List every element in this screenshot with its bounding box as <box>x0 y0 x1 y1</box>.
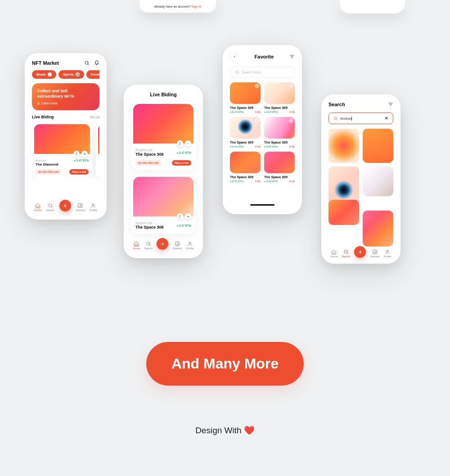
place-bid-button[interactable]: Place a bid <box>172 160 191 166</box>
svg-point-7 <box>236 71 238 73</box>
heart-icon: ❤️ <box>244 426 255 435</box>
fab-add[interactable]: + <box>59 200 71 211</box>
home-indicator <box>250 204 274 206</box>
info-icon[interactable]: i <box>289 118 293 123</box>
auction-card[interactable]: ⤴♥ Shopire Cole The Space 306 0.47 ETH <box>131 175 196 234</box>
search-result[interactable] <box>363 166 393 196</box>
tab-statistic[interactable]: Statistic <box>370 249 379 258</box>
nft-subtitle: Beautiful <box>36 159 58 162</box>
place-bid-button[interactable]: Place a bid <box>69 169 89 175</box>
nft-price: 0.47 ETH <box>74 159 89 162</box>
see-all-link[interactable]: See all <box>90 116 99 119</box>
search-icon <box>235 70 239 74</box>
search-icon[interactable] <box>84 60 90 66</box>
tab-statistic[interactable]: Statistic <box>76 203 85 211</box>
tab-home[interactable]: Home <box>330 249 338 258</box>
tab-search[interactable]: Search <box>46 203 54 211</box>
back-button[interactable]: ‹ <box>230 52 239 61</box>
signin-fragment: Already have an account? Sign In <box>140 0 216 13</box>
favorite-item[interactable]: iThe Space 3050.47 ETH31 <box>264 82 295 113</box>
live-biding-screen: Live Biding ⤴♥ Shopire Cole The Space 30… <box>124 85 203 258</box>
filter-icon[interactable] <box>388 102 393 107</box>
learn-more-link[interactable]: Learn more <box>37 102 94 105</box>
signin-prompt: Already have an account? <box>154 5 191 8</box>
nft-image <box>98 124 99 154</box>
banner-line2: extraordinary NFTs <box>37 94 94 99</box>
search-placeholder: Search items <box>242 70 261 74</box>
search-result[interactable] <box>328 129 359 163</box>
chip-music[interactable]: Music♪ <box>32 70 56 79</box>
search-result[interactable] <box>328 200 359 225</box>
tab-profile[interactable]: Profile <box>90 203 97 211</box>
clear-icon[interactable]: ✕ <box>385 116 388 121</box>
favorite-item[interactable]: The Space 3050.47 ETH31 <box>264 152 295 183</box>
fab-add[interactable]: + <box>354 246 366 258</box>
auction-name: The Space 306 <box>135 225 164 229</box>
creator-label: Shopire Cole <box>135 148 164 152</box>
banner-line1: Collect and Sell <box>37 89 94 94</box>
search-result[interactable] <box>363 129 393 163</box>
creator-label: Shopire Cole <box>135 221 164 225</box>
app-title: NFT Market <box>32 60 59 66</box>
auction-card[interactable]: ⤴♥ Shopire Cole The Space 305 0.47 ETH 3… <box>131 102 196 170</box>
auction-name: The Space 305 <box>135 152 164 157</box>
nft-name: The Diamond <box>36 162 58 166</box>
info-icon[interactable]: i <box>289 84 293 88</box>
search-screen: Search Abstrac ✕ Home Search + Statistic… <box>321 94 400 264</box>
nft-card[interactable]: ⤴ ♥ 0.47 ETH Beautiful The Diamond 0.47 … <box>32 122 92 178</box>
music-icon: ♪ <box>48 72 52 76</box>
favorite-screen: ‹ Favorite Search items iThe Space 3050.… <box>223 45 302 214</box>
design-credit: Design With ❤️ <box>0 425 450 436</box>
time-left-pill: 3h 12m 35s Left <box>36 169 61 175</box>
search-input[interactable]: Abstrac ✕ <box>328 112 393 124</box>
nft-card[interactable]: Smart The <box>96 122 99 178</box>
heart-icon[interactable]: ♥ <box>185 140 191 147</box>
auction-price: 0.47 ETH <box>176 224 191 227</box>
tab-profile[interactable]: Profile <box>383 249 391 258</box>
svg-point-11 <box>387 250 388 252</box>
heart-icon[interactable]: ♥ <box>185 213 191 220</box>
search-input[interactable]: Search items <box>230 67 295 78</box>
info-icon[interactable]: i <box>255 84 259 88</box>
top-right-fragment <box>340 0 405 13</box>
bottom-nav: Home Search + Statistic Profile <box>328 247 393 259</box>
svg-point-0 <box>85 61 88 64</box>
home-screen: NFT Market Music♪ Sports⚽ Food🍔 Collect … <box>25 53 107 220</box>
tab-profile[interactable]: Profile <box>186 241 194 250</box>
info-icon[interactable]: i <box>255 118 259 123</box>
heart-icon[interactable]: ♥ <box>81 151 88 157</box>
screen-title: Search <box>328 102 345 107</box>
tab-search[interactable]: Search <box>144 241 153 250</box>
promo-banner[interactable]: Collect and Sell extraordinary NFTs Lear… <box>32 83 99 110</box>
auction-price: 0.47 ETH <box>176 151 191 154</box>
time-left-pill: 3h 12m 36s Left <box>135 160 161 166</box>
bottom-nav: Home Search + Statistic Profile <box>32 200 99 212</box>
favorite-item[interactable]: iThe Space 3050.47 ETH31 <box>264 117 295 148</box>
tab-statistic[interactable]: Statistic <box>172 241 182 250</box>
search-value: Abstrac <box>340 117 382 121</box>
tab-home[interactable]: Home <box>133 241 140 250</box>
auction-image: ⤴♥ <box>133 104 194 144</box>
favorite-item[interactable]: The Space 3050.47 ETH31 <box>230 152 261 183</box>
signin-link[interactable]: Sign In <box>192 5 202 8</box>
section-title: Live Biding <box>32 115 54 119</box>
bell-icon[interactable] <box>94 60 99 66</box>
share-icon[interactable]: ⤴ <box>177 213 183 220</box>
tab-search[interactable]: Search <box>342 249 350 258</box>
ball-icon: ⚽ <box>76 72 80 76</box>
screen-title: Live Biding <box>131 92 196 97</box>
search-result[interactable] <box>363 211 393 247</box>
chip-food[interactable]: Food🍔 <box>86 70 99 79</box>
share-icon[interactable]: ⤴ <box>73 151 80 157</box>
fab-add[interactable]: + <box>157 238 168 250</box>
cta-button[interactable]: And Many More <box>146 342 304 386</box>
share-icon[interactable]: ⤴ <box>177 140 183 147</box>
chip-sports[interactable]: Sports⚽ <box>58 70 84 79</box>
tab-home[interactable]: Home <box>34 203 41 211</box>
favorite-item[interactable]: iThe Space 3050.47 ETH31 <box>230 82 261 113</box>
nft-image: ⤴ ♥ 0.47 ETH <box>34 124 90 154</box>
favorite-item[interactable]: iThe Space 3050.47 ETH31 <box>230 117 261 148</box>
bottom-nav: Home Search + Statistic Profile <box>131 238 196 251</box>
category-chips: Music♪ Sports⚽ Food🍔 <box>32 70 99 79</box>
filter-icon[interactable] <box>289 54 295 59</box>
